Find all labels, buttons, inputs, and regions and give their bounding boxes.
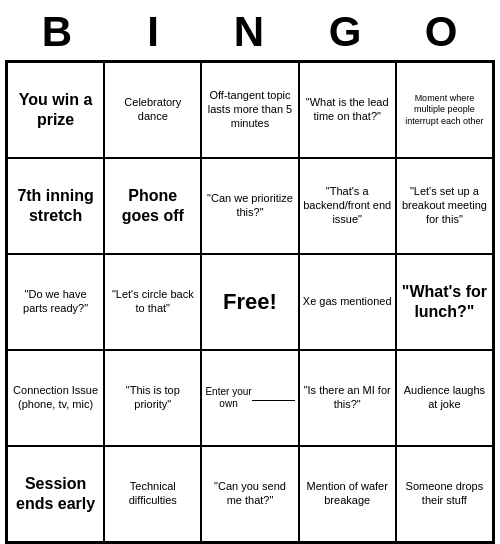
- bingo-cell-12: Free!: [201, 254, 298, 350]
- bingo-cell-14: "What's for lunch?": [396, 254, 493, 350]
- bingo-cell-10: "Do we have parts ready?": [7, 254, 104, 350]
- bingo-cell-8: "That's a backend/front end issue": [299, 158, 396, 254]
- bingo-grid: You win a prizeCelebratory danceOff-tang…: [5, 60, 495, 544]
- bingo-cell-2: Off-tangent topic lasts more than 5 minu…: [201, 62, 298, 158]
- bingo-cell-20: Session ends early: [7, 446, 104, 542]
- bingo-cell-6: Phone goes off: [104, 158, 201, 254]
- letter-i: I: [106, 8, 202, 56]
- bingo-cell-0: You win a prize: [7, 62, 104, 158]
- letter-g: G: [298, 8, 394, 56]
- bingo-cell-15: Connection Issue (phone, tv, mic): [7, 350, 104, 446]
- bingo-cell-13: Xe gas mentioned: [299, 254, 396, 350]
- bingo-cell-23: Mention of wafer breakage: [299, 446, 396, 542]
- bingo-cell-18: "Is there an MI for this?": [299, 350, 396, 446]
- bingo-cell-17[interactable]: Enter your own: [201, 350, 298, 446]
- bingo-cell-1: Celebratory dance: [104, 62, 201, 158]
- letter-o: O: [394, 8, 490, 56]
- bingo-cell-19: Audience laughs at joke: [396, 350, 493, 446]
- bingo-cell-22: "Can you send me that?": [201, 446, 298, 542]
- bingo-cell-11: "Let's circle back to that": [104, 254, 201, 350]
- bingo-cell-24: Someone drops their stuff: [396, 446, 493, 542]
- bingo-cell-7: "Can we prioritize this?": [201, 158, 298, 254]
- bingo-cell-4: Moment where multiple people interrupt e…: [396, 62, 493, 158]
- bingo-cell-21: Technical difficulties: [104, 446, 201, 542]
- letter-b: B: [10, 8, 106, 56]
- bingo-cell-5: 7th inning stretch: [7, 158, 104, 254]
- bingo-cell-9: "Let's set up a breakout meeting for thi…: [396, 158, 493, 254]
- bingo-cell-16: "This is top priority": [104, 350, 201, 446]
- bingo-cell-3: "What is the lead time on that?": [299, 62, 396, 158]
- bingo-title: B I N G O: [0, 0, 500, 60]
- letter-n: N: [202, 8, 298, 56]
